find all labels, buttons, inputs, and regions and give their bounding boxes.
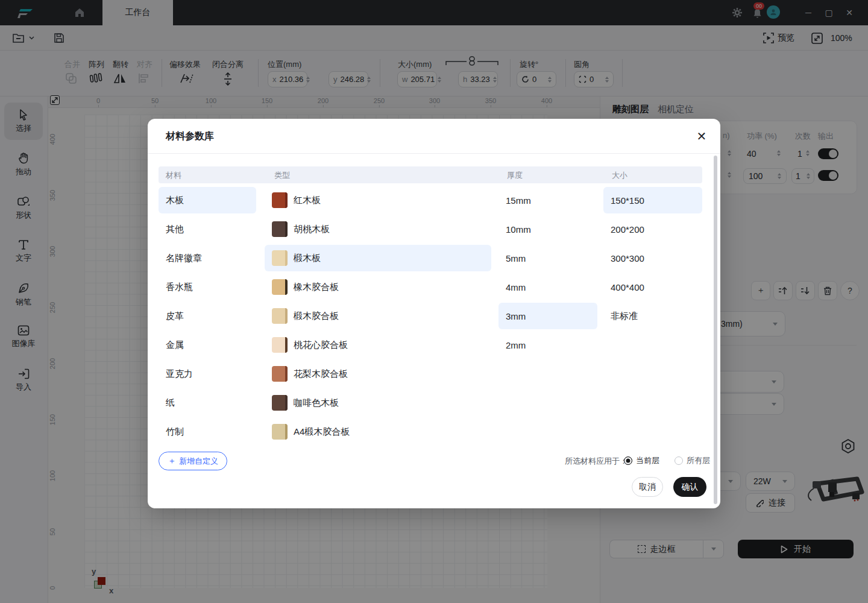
add-custom-button[interactable]: ＋ 新增自定义 [159,452,227,470]
material-item[interactable]: 亚克力 [159,361,256,387]
thickness-item[interactable]: 4mm [498,274,597,300]
apply-to-label: 所选材料应用于： [565,456,627,467]
thickness-list: 15mm 10mm 5mm 4mm 3mm 2mm [498,187,597,361]
type-item[interactable]: 咖啡色木板 [265,390,491,416]
material-item[interactable]: 名牌徽章 [159,245,256,271]
type-item[interactable]: 椴木板 [265,245,491,271]
radio-selected-icon [624,456,632,465]
material-item[interactable]: 皮革 [159,303,256,329]
material-library-dialog: 材料参数库 ✕ 材料 类型 厚度 大小 木板 其他 名牌徽章 香水瓶 皮革 金属… [148,119,720,508]
thickness-item[interactable]: 5mm [498,245,597,271]
confirm-button[interactable]: 确认 [673,477,706,497]
thickness-item[interactable]: 2mm [498,332,597,358]
material-item[interactable]: 金属 [159,332,256,358]
type-item[interactable]: 椴木胶合板 [265,303,491,329]
wood-swatch [272,250,288,266]
material-item[interactable]: 香水瓶 [159,274,256,300]
table-header-row: 材料 类型 厚度 大小 [159,166,702,183]
plus-icon: ＋ [168,456,176,467]
radio-current-layer[interactable]: 当前层 [624,455,659,466]
type-item[interactable]: 花梨木胶合板 [265,361,491,387]
type-list: 红木板 胡桃木板 椴木板 橡木胶合板 椴木胶合板 桃花心胶合板 花梨木胶合板 咖… [265,187,491,447]
dialog-divider [148,153,720,154]
thickness-item[interactable]: 3mm [498,303,597,329]
size-item[interactable]: 200*200 [603,216,702,242]
material-column-header: 材料 [166,170,181,181]
wood-swatch [272,366,288,382]
size-column-header: 大小 [612,170,627,181]
dialog-title: 材料参数库 [166,130,214,143]
size-item[interactable]: 300*300 [603,245,702,271]
radio-unselected-icon [675,456,683,465]
type-column-header: 类型 [274,170,290,181]
size-item[interactable]: 400*400 [603,274,702,300]
wood-swatch [272,424,288,440]
size-item[interactable]: 非标准 [603,303,702,329]
thickness-item[interactable]: 10mm [498,216,597,242]
wood-swatch [272,221,288,237]
material-item[interactable]: 纸 [159,390,256,416]
material-item[interactable]: 其他 [159,216,256,242]
wood-swatch [272,337,288,353]
type-item[interactable]: A4椴木胶合板 [265,418,491,445]
type-item[interactable]: 橡木胶合板 [265,274,491,300]
modal-scrollbar[interactable] [714,156,717,504]
size-item[interactable]: 150*150 [603,187,702,213]
type-item[interactable]: 桃花心胶合板 [265,332,491,358]
type-item[interactable]: 胡桃木板 [265,216,491,242]
material-item[interactable]: 木板 [159,187,256,213]
radio-all-layers[interactable]: 所有层 [675,455,710,466]
wood-swatch [272,192,288,208]
wood-swatch [272,279,288,295]
size-list: 150*150 200*200 300*300 400*400 非标准 [603,187,702,332]
type-item[interactable]: 红木板 [265,187,491,213]
material-item[interactable]: 竹制 [159,418,256,445]
wood-swatch [272,308,288,324]
cancel-button[interactable]: 取消 [632,477,663,497]
thickness-item[interactable]: 15mm [498,187,597,213]
thickness-column-header: 厚度 [507,170,523,181]
wood-swatch [272,395,288,411]
close-dialog-button[interactable]: ✕ [692,127,711,146]
material-list: 木板 其他 名牌徽章 香水瓶 皮革 金属 亚克力 纸 竹制 [159,187,256,447]
